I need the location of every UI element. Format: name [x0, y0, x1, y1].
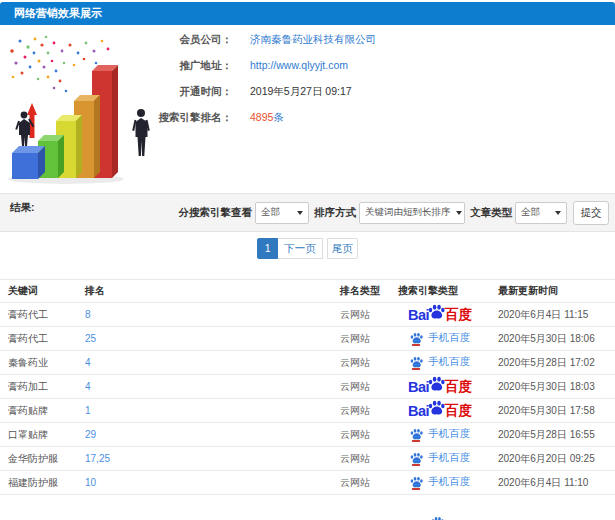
- keyword-cell: 秦鲁药业: [0, 351, 77, 375]
- mobile-baidu-badge: 手机百度: [410, 451, 470, 465]
- table-row: [0, 495, 615, 520]
- keyword-cell: 福建防护服: [0, 471, 77, 495]
- engine-type-cell: Bai百度: [390, 399, 490, 423]
- update-time-cell: 2020年5月30日 17:58: [490, 399, 615, 423]
- ranking-count: 4895条: [250, 111, 284, 123]
- info-value: 2019年5月27日 09:17: [250, 85, 352, 97]
- info-label: 搜索引擎排名：: [0, 104, 232, 130]
- rank-cell[interactable]: 25: [77, 327, 332, 351]
- info-value-link[interactable]: http://www.qlyyjt.com: [250, 59, 348, 71]
- submit-button[interactable]: 提交: [573, 201, 609, 225]
- mobile-baidu-label: 手机百度: [428, 331, 470, 345]
- rank-cell[interactable]: 1: [77, 399, 332, 423]
- table-row: 膏药贴牌1云网站Bai百度2020年5月30日 17:58: [0, 399, 615, 423]
- rank-cell[interactable]: 29: [77, 423, 332, 447]
- keyword-cell: [0, 495, 77, 520]
- update-time-cell: 2020年5月28日 16:55: [490, 423, 615, 447]
- info-label: 开通时间：: [0, 78, 232, 104]
- mobile-baidu-badge: 手机百度: [410, 331, 470, 345]
- mobile-baidu-badge: 手机百度: [410, 475, 470, 489]
- mobile-baidu-label: 手机百度: [428, 451, 470, 465]
- results-table: 关键词 排名 排名类型 搜索引擎类型 最新更新时间 膏药代工8云网站Bai百度2…: [0, 279, 615, 520]
- filter-bar: 结果: 分搜索引擎查看 全部 排序方式 关键词由短到长排序 文章类型 全部 提交: [0, 193, 615, 232]
- update-time-cell: 2020年6月4日 11:10: [490, 471, 615, 495]
- info-value-link[interactable]: 济南秦鲁药业科技有限公司: [250, 33, 376, 45]
- keyword-cell: 膏药加工: [0, 375, 77, 399]
- rank-type-cell: 云网站: [332, 351, 390, 375]
- engine-type-cell: 手机百度: [390, 471, 490, 495]
- rank-cell[interactable]: 4: [77, 351, 332, 375]
- baidu-logo-cn: 百度: [445, 306, 472, 324]
- rank-type-cell: 云网站: [332, 423, 390, 447]
- mobile-baidu-label: 手机百度: [428, 427, 470, 441]
- baidu-logo-cn: 百度: [445, 378, 472, 396]
- mobile-baidu-paw-icon: [431, 516, 444, 520]
- article-filter-label: 文章类型: [470, 206, 512, 220]
- rank-type-cell: 云网站: [332, 447, 390, 471]
- table-row: 福建防护服10云网站手机百度2020年6月4日 11:10: [0, 471, 615, 495]
- baidu-logo-latin: Bai: [408, 307, 429, 323]
- table-row: 秦鲁药业4云网站手机百度2020年5月28日 17:02: [0, 351, 615, 375]
- baidu-logo: Bai百度: [408, 402, 472, 420]
- table-row: 膏药加工4云网站Bai百度2020年5月30日 18:03: [0, 375, 615, 399]
- keyword-cell: 膏药代工: [0, 327, 77, 351]
- update-time-cell: 2020年6月20日 09:25: [490, 447, 615, 471]
- ranking-count-suffix: 条: [273, 111, 284, 123]
- mobile-baidu-paw-icon: [410, 428, 423, 440]
- mobile-baidu-label: 手机百度: [428, 355, 470, 369]
- rank-type-cell: 云网站: [332, 303, 390, 327]
- update-time-cell: [490, 495, 615, 520]
- rank-cell[interactable]: 4: [77, 375, 332, 399]
- engine-type-cell: [390, 495, 490, 520]
- baidu-logo-latin: Bai: [408, 379, 429, 395]
- engine-type-cell: 手机百度: [390, 423, 490, 447]
- pagination: 1下一页尾页: [0, 238, 615, 259]
- rank-cell[interactable]: 8: [77, 303, 332, 327]
- chevron-down-icon: [456, 211, 462, 215]
- next-page-button[interactable]: 下一页: [278, 238, 323, 259]
- update-time-cell: 2020年5月30日 18:03: [490, 375, 615, 399]
- rank-type-cell: [332, 495, 390, 520]
- baidu-paw-icon: [428, 399, 445, 416]
- rank-cell[interactable]: 17,25: [77, 447, 332, 471]
- info-label: 推广地址：: [0, 52, 232, 78]
- results-table-body: 膏药代工8云网站Bai百度2020年6月4日 11:15膏药代工25云网站手机百…: [0, 303, 615, 520]
- last-page-button[interactable]: 尾页: [327, 238, 358, 259]
- rank-cell[interactable]: 10: [77, 471, 332, 495]
- rank-type-cell: 云网站: [332, 471, 390, 495]
- mobile-baidu-paw-icon: [410, 476, 423, 488]
- baidu-paw-icon: [428, 303, 445, 320]
- baidu-paw-icon: [428, 375, 445, 392]
- chevron-down-icon: [555, 211, 561, 215]
- engine-filter-label: 分搜索引擎查看: [179, 206, 253, 220]
- keyword-cell: 口罩贴牌: [0, 423, 77, 447]
- info-section: 会员公司：济南秦鲁药业科技有限公司推广地址：http://www.qlyyjt.…: [0, 25, 615, 193]
- table-row: 口罩贴牌29云网站手机百度2020年5月28日 16:55: [0, 423, 615, 447]
- col-header-keyword: 关键词: [0, 280, 77, 303]
- ranking-count-number: 4895: [250, 111, 273, 123]
- table-row: 膏药代工25云网站手机百度2020年5月30日 18:06: [0, 327, 615, 351]
- info-label: 会员公司：: [0, 26, 232, 52]
- info-row: 开通时间：2019年5月27日 09:17: [0, 78, 352, 104]
- table-header-row: 关键词 排名 排名类型 搜索引擎类型 最新更新时间: [0, 280, 615, 303]
- col-header-rank-type: 排名类型: [332, 280, 390, 303]
- page-title: 网络营销效果展示: [0, 2, 615, 25]
- engine-type-cell: 手机百度: [390, 447, 490, 471]
- table-row: 膏药代工8云网站Bai百度2020年6月4日 11:15: [0, 303, 615, 327]
- baidu-logo-latin: Bai: [408, 403, 429, 419]
- keyword-cell: 膏药贴牌: [0, 399, 77, 423]
- mobile-baidu-badge: [431, 516, 449, 520]
- baidu-logo: Bai百度: [408, 306, 472, 324]
- article-type-select[interactable]: 全部: [515, 202, 567, 224]
- mobile-baidu-badge: 手机百度: [410, 355, 470, 369]
- engine-select[interactable]: 全部: [255, 202, 309, 224]
- mobile-baidu-label: 手机百度: [428, 475, 470, 489]
- col-header-rank: 排名: [77, 280, 332, 303]
- update-time-cell: 2020年5月28日 17:02: [490, 351, 615, 375]
- rank-type-cell: 云网站: [332, 399, 390, 423]
- chevron-down-icon: [297, 211, 303, 215]
- page-number-current[interactable]: 1: [257, 238, 278, 259]
- rank-cell[interactable]: [77, 495, 332, 520]
- sort-select[interactable]: 关键词由短到长排序: [359, 202, 465, 224]
- info-row: 会员公司：济南秦鲁药业科技有限公司: [0, 26, 376, 52]
